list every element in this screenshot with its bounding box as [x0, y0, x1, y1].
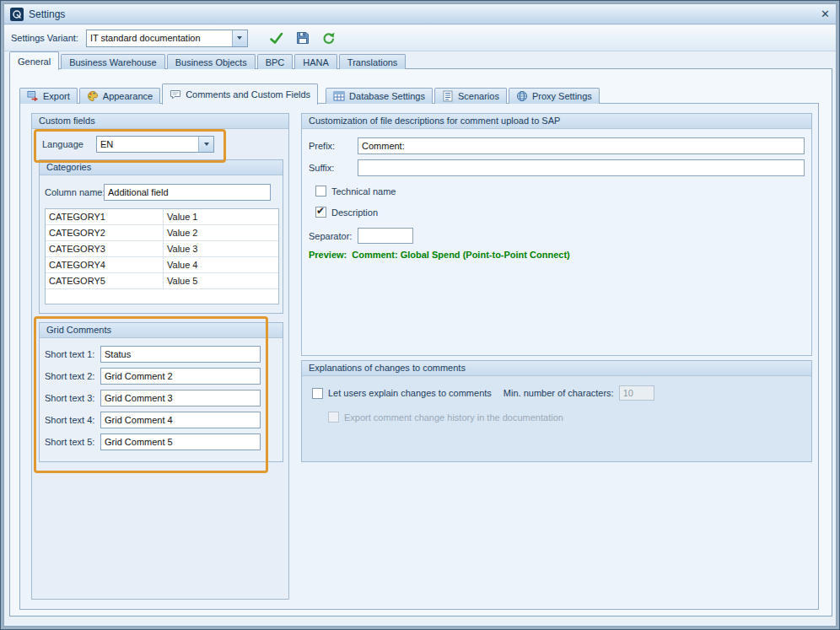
suffix-row: Suffix: — [309, 159, 805, 176]
table-row[interactable]: CATEGORY5 Value 5 — [46, 273, 278, 289]
window-inner: Settings ✕ Settings Variant: IT standard… — [3, 3, 837, 627]
refresh-button[interactable] — [320, 29, 338, 47]
short-text-2-label: Short text 2: — [45, 371, 95, 381]
short-text-1-input[interactable] — [100, 346, 261, 363]
language-value: EN — [97, 137, 198, 152]
chevron-down-icon[interactable] — [198, 137, 213, 152]
save-icon — [296, 31, 310, 45]
table-row[interactable]: CATEGORY4 Value 4 — [46, 257, 278, 273]
categories-group: Categories Column name: CATEGORY1 Value … — [39, 159, 283, 314]
short-text-1-label: Short text 1: — [45, 349, 95, 359]
check-icon — [269, 31, 283, 46]
titlebar[interactable]: Settings ✕ — [4, 4, 836, 24]
sub-tabbar: Export Appearance Comments and Custom Fi… — [19, 83, 601, 104]
settings-window: Settings ✕ Settings Variant: IT standard… — [0, 0, 840, 630]
let-users-checkbox[interactable] — [312, 388, 323, 399]
table-row[interactable]: CATEGORY3 Value 3 — [46, 241, 278, 257]
suffix-input[interactable] — [358, 159, 805, 176]
let-users-row: Let users explain changes to comments Mi… — [312, 385, 654, 401]
value-cell[interactable]: Value 4 — [164, 257, 278, 272]
toolbar: Settings Variant: IT standard documentat… — [4, 25, 836, 51]
proxy-icon — [516, 90, 528, 102]
comments-icon — [170, 89, 181, 100]
subtab-label: Comments and Custom Fields — [186, 89, 310, 100]
appearance-icon — [87, 90, 99, 102]
settings-variant-combobox[interactable]: IT standard documentation — [86, 30, 248, 47]
category-cell[interactable]: CATEGORY2 — [46, 225, 164, 240]
tab-business-warehouse[interactable]: Business Warehouse — [61, 54, 165, 69]
category-cell[interactable]: CATEGORY1 — [46, 209, 164, 224]
subtab-label: Export — [43, 91, 70, 101]
category-cell[interactable]: CATEGORY3 — [46, 241, 164, 256]
technical-name-row: Technical name — [315, 186, 396, 197]
grid-comments-header: Grid Comments — [40, 323, 283, 338]
value-cell[interactable]: Value 5 — [164, 273, 278, 288]
category-cell[interactable]: CATEGORY5 — [46, 273, 164, 288]
short-text-4-label: Short text 4: — [45, 415, 95, 425]
prefix-input[interactable] — [358, 137, 805, 154]
category-cell[interactable]: CATEGORY4 — [46, 257, 164, 272]
table-row[interactable]: CATEGORY2 Value 2 — [46, 225, 278, 241]
export-icon — [27, 90, 39, 102]
main-tabbar: General Business Warehouse Business Obje… — [9, 51, 407, 69]
subtab-appearance[interactable]: Appearance — [79, 88, 160, 104]
description-checkbox[interactable] — [315, 207, 326, 218]
preview-row: Preview: Comment: Global Spend (Point-to… — [309, 250, 570, 260]
tab-business-objects[interactable]: Business Objects — [167, 54, 256, 69]
grid-comments-group: Grid Comments Short text 1: Short text 2… — [39, 322, 283, 462]
custom-fields-group: Custom fields Language EN Categories Col… — [31, 113, 289, 600]
value-cell[interactable]: Value 1 — [164, 209, 278, 224]
min-chars-input — [619, 385, 654, 401]
short-text-3-input[interactable] — [100, 390, 261, 407]
short-text-3-row: Short text 3: — [45, 390, 261, 407]
technical-name-checkbox[interactable] — [315, 186, 326, 197]
technical-name-label: Technical name — [331, 186, 396, 197]
separator-label: Separator: — [309, 231, 353, 241]
sap-upload-group: Customization of file descriptions for c… — [301, 113, 812, 356]
value-cell[interactable]: Value 2 — [164, 225, 278, 240]
export-history-label: Export comment change history in the doc… — [344, 412, 563, 423]
close-button[interactable]: ✕ — [821, 8, 830, 19]
tab-general[interactable]: General — [9, 51, 59, 70]
short-text-5-input[interactable] — [100, 433, 261, 450]
separator-row: Separator: — [309, 228, 413, 244]
language-combobox[interactable]: EN — [96, 136, 214, 153]
separator-input[interactable] — [358, 228, 413, 244]
database-icon — [333, 90, 345, 102]
refresh-icon — [321, 31, 336, 46]
tab-translations[interactable]: Translations — [339, 54, 407, 69]
short-text-2-input[interactable] — [100, 368, 261, 385]
explanations-group: Explanations of changes to comments Let … — [301, 360, 812, 462]
table-row[interactable]: CATEGORY1 Value 1 — [46, 209, 278, 225]
prefix-row: Prefix: — [309, 137, 805, 154]
min-chars-label: Min. number of characters: — [503, 388, 614, 398]
suffix-label: Suffix: — [309, 163, 353, 173]
save-button[interactable] — [293, 29, 312, 47]
subtab-comments-custom-fields[interactable]: Comments and Custom Fields — [162, 83, 318, 105]
preview-value: Comment: Global Spend (Point-to-Point Co… — [352, 250, 569, 260]
categories-header: Categories — [40, 160, 283, 175]
language-label: Language — [42, 139, 91, 149]
tab-hana[interactable]: HANA — [294, 54, 337, 69]
subtab-label: Proxy Settings — [532, 91, 592, 101]
description-label: Description — [331, 207, 378, 218]
apply-button[interactable] — [267, 29, 286, 47]
custom-fields-header: Custom fields — [32, 114, 288, 129]
subtab-proxy-settings[interactable]: Proxy Settings — [509, 88, 600, 104]
subtab-export[interactable]: Export — [19, 88, 78, 104]
column-name-input[interactable] — [104, 184, 271, 201]
export-history-row: Export comment change history in the doc… — [328, 412, 563, 423]
categories-table: CATEGORY1 Value 1 CATEGORY2 Value 2 CATE… — [45, 208, 279, 304]
column-name-label: Column name: — [45, 187, 99, 197]
window-title: Settings — [29, 8, 65, 20]
tab-bpc[interactable]: BPC — [257, 54, 293, 69]
short-text-4-input[interactable] — [100, 412, 261, 428]
app-icon — [10, 8, 24, 21]
chevron-down-icon[interactable] — [232, 30, 247, 46]
column-name-row: Column name: — [45, 184, 271, 201]
settings-variant-value: IT standard documentation — [87, 30, 232, 46]
subtab-scenarios[interactable]: Scenarios — [434, 88, 507, 104]
value-cell[interactable]: Value 3 — [164, 241, 278, 256]
let-users-label: Let users explain changes to comments — [328, 388, 492, 398]
subtab-database-settings[interactable]: Database Settings — [326, 88, 433, 104]
